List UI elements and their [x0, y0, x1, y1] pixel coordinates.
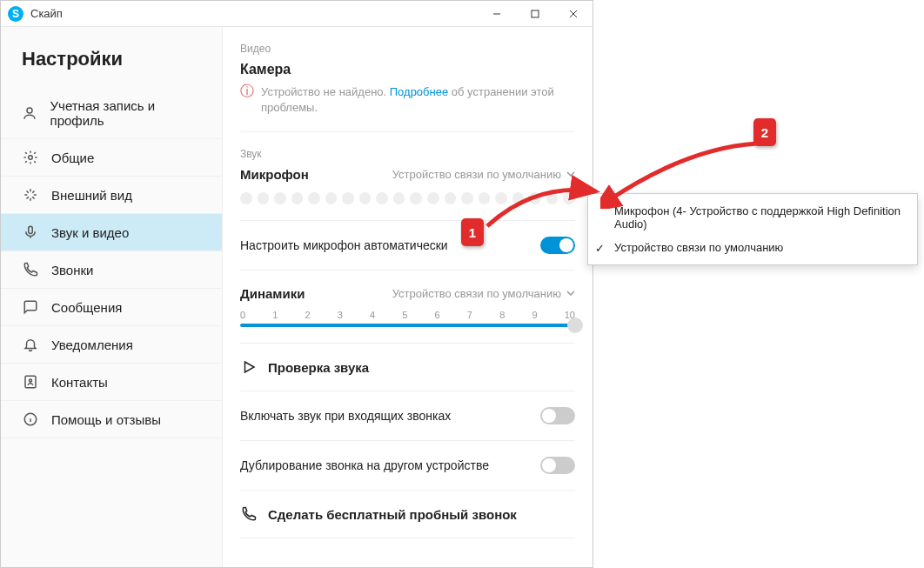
- svg-rect-6: [29, 226, 33, 233]
- annotation-arrow-2: [600, 139, 766, 209]
- maximize-button[interactable]: [516, 1, 554, 27]
- minimize-button[interactable]: [478, 1, 516, 27]
- chevron-down-icon: [566, 287, 575, 300]
- incoming-sound-label: Включать звук при входящих звонках: [240, 409, 451, 423]
- learn-more-link[interactable]: Подробнее: [390, 85, 448, 98]
- free-test-call-button[interactable]: Сделать бесплатный пробный звонок: [240, 506, 575, 522]
- sidebar-item-notifications[interactable]: Уведомления: [1, 326, 222, 364]
- close-button[interactable]: [554, 1, 593, 27]
- info-icon: [22, 411, 39, 427]
- sidebar-item-account[interactable]: Учетная запись и профиль: [1, 88, 222, 139]
- titlebar: S Скайп: [1, 1, 593, 27]
- divider: [240, 440, 575, 441]
- sidebar-item-help[interactable]: Помощь и отзывы: [1, 401, 222, 438]
- window-body: Настройки Учетная запись и профиль Общие…: [1, 27, 593, 567]
- user-icon: [22, 105, 38, 121]
- phone-icon: [22, 262, 39, 277]
- svg-marker-12: [245, 362, 255, 372]
- svg-point-8: [30, 379, 32, 382]
- divider: [240, 131, 575, 132]
- svg-point-5: [29, 156, 33, 160]
- mirror-call-toggle[interactable]: [540, 457, 575, 474]
- mic-option-default[interactable]: ✓ Устройство связи по умолчанию: [588, 236, 917, 259]
- sidebar-item-label: Помощь и отзывы: [51, 412, 161, 427]
- mic-title: Микрофон: [240, 167, 309, 182]
- settings-heading: Настройки: [1, 48, 222, 88]
- annotation-arrow-1: [483, 174, 605, 235]
- test-audio-button[interactable]: Проверка звука: [240, 359, 575, 375]
- skype-logo-icon: S: [8, 6, 23, 22]
- main-panel: Видео Камера ⓘ Устройство не найдено. По…: [223, 27, 593, 567]
- speakers-device-value: Устройство связи по умолчанию: [392, 287, 561, 300]
- sidebar-item-audio-video[interactable]: Звук и видео: [1, 214, 222, 251]
- video-section-label: Видео: [240, 43, 575, 55]
- sidebar: Настройки Учетная запись и профиль Общие…: [1, 27, 223, 567]
- slider-handle[interactable]: [567, 317, 583, 333]
- sidebar-item-messages[interactable]: Сообщения: [1, 289, 222, 326]
- bell-icon: [22, 337, 39, 352]
- play-icon: [240, 359, 258, 375]
- auto-mic-label: Настроить микрофон автоматически: [240, 238, 448, 252]
- phone-icon: [240, 506, 258, 522]
- sidebar-item-label: Общие: [51, 150, 94, 165]
- sidebar-item-label: Сообщения: [51, 300, 122, 315]
- sidebar-item-label: Уведомления: [51, 337, 133, 352]
- check-icon: ✓: [595, 242, 605, 255]
- sidebar-item-label: Контакты: [51, 375, 108, 390]
- sidebar-item-appearance[interactable]: Внешний вид: [1, 177, 222, 214]
- speakers-volume-slider[interactable]: 012345678910: [240, 310, 575, 327]
- svg-rect-1: [532, 10, 539, 17]
- app-window: S Скайп Настройки Учетная запись и профи…: [0, 0, 593, 568]
- gear-icon: [22, 150, 39, 165]
- microphone-icon: [22, 224, 39, 240]
- sidebar-item-general[interactable]: Общие: [1, 139, 222, 177]
- speakers-title: Динамики: [240, 286, 305, 301]
- divider: [240, 391, 575, 391]
- sidebar-item-label: Учетная запись и профиль: [50, 98, 201, 128]
- auto-mic-toggle[interactable]: [540, 237, 575, 254]
- window-title: Скайп: [30, 7, 63, 20]
- annotation-callout-1: 1: [461, 218, 484, 246]
- mirror-call-label: Дублирование звонка на другом устройстве: [240, 458, 489, 472]
- camera-title: Камера: [240, 62, 575, 77]
- divider: [240, 490, 575, 491]
- divider: [240, 343, 575, 344]
- svg-point-4: [27, 108, 32, 113]
- camera-not-found: ⓘ Устройство не найдено. Подробнее об ус…: [240, 84, 575, 116]
- sparkle-icon: [22, 187, 39, 203]
- speakers-device-dropdown[interactable]: Устройство связи по умолчанию: [392, 287, 575, 300]
- chat-icon: [22, 299, 39, 315]
- window-controls: [478, 1, 593, 27]
- contacts-icon: [22, 374, 39, 390]
- incoming-sound-toggle[interactable]: [540, 407, 575, 424]
- sidebar-item-label: Звонки: [51, 263, 93, 277]
- camera-not-found-text: Устройство не найдено. Подробнее об устр…: [261, 84, 575, 116]
- warning-icon: ⓘ: [240, 84, 254, 98]
- sidebar-item-contacts[interactable]: Контакты: [1, 364, 222, 401]
- sidebar-item-label: Внешний вид: [51, 188, 132, 203]
- sidebar-item-label: Звук и видео: [51, 225, 129, 240]
- divider: [240, 538, 575, 538]
- divider: [240, 270, 575, 271]
- sidebar-item-calls[interactable]: Звонки: [1, 251, 222, 289]
- audio-section-label: Звук: [240, 148, 575, 160]
